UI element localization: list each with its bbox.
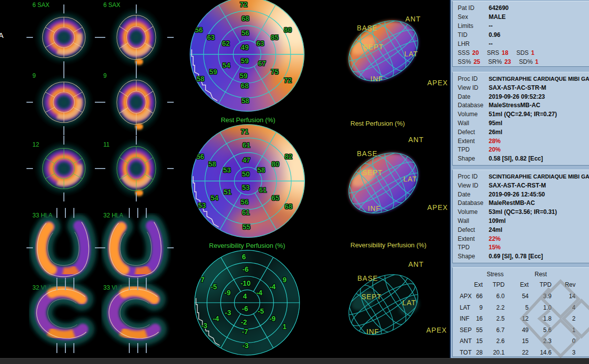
segment-value: 61 <box>242 208 250 216</box>
segment-value: 49 <box>241 43 249 51</box>
segment-value: -9 <box>225 289 231 297</box>
polar-map-2[interactable]: 5053475861565153618065615458718268555356 <box>191 124 305 238</box>
info-label: Shape <box>458 155 489 162</box>
table-col-header: TPD <box>535 281 552 288</box>
segment-value: -3 <box>201 322 207 330</box>
surface-view-3[interactable]: Reversibility Perfusion (%) ANTBASESEPTL… <box>329 237 450 360</box>
info-value: 20% <box>489 146 501 153</box>
info-row: Volume51ml (QC=2.94; IR=0.27) <box>458 111 588 119</box>
table-cell-value: 5.6 <box>535 327 552 334</box>
table-cell-value: 3.9 <box>535 293 552 300</box>
table-cell-value: 2.3 <box>535 338 552 345</box>
info-label: Volume <box>458 208 489 215</box>
slice-image-4-2[interactable] <box>101 213 171 283</box>
polar-map-3[interactable]: 4-6-10-4-5-2-3-9-6-4-9-7-4-5691-3-37 <box>194 250 300 356</box>
crosshair-tick <box>99 37 105 38</box>
anatomy-label-ant: ANT <box>408 260 424 268</box>
info-value: 26ml <box>489 129 502 136</box>
polar-map-1[interactable]: 4959566367595462688575685963728072585856 <box>190 0 304 112</box>
anatomy-label-ant: ANT <box>408 136 424 144</box>
segment-value: 56 <box>195 26 203 34</box>
horizontal-scrollbar[interactable] <box>0 358 589 364</box>
info-label: Extent <box>458 138 489 145</box>
crosshair-tick <box>63 69 64 78</box>
table-cell-value: 15 <box>512 338 529 345</box>
slice-image-5-2[interactable] <box>101 278 171 348</box>
info-row: Volume53ml (QC=3.56; IR=0.31) <box>458 208 588 217</box>
info-label: Database <box>458 102 489 109</box>
info-row: Proc IDSCINTIGRAPHIE CARDIAQUE MIBI GATE… <box>458 173 588 182</box>
info-value: MALE <box>489 13 506 20</box>
surface-view-1[interactable]: ANTBASESEPTLATINFAPEX <box>329 1 450 114</box>
info-label: LHR <box>458 40 489 47</box>
info-label: Database <box>458 199 489 206</box>
info-label: Wall <box>458 217 489 224</box>
segment-value: -3 <box>243 342 249 350</box>
surface-view-title: Rest Perfusion (%) <box>350 120 405 127</box>
segment-value: 80 <box>284 26 292 34</box>
segment-value: 59 <box>209 68 217 76</box>
polar-map-title: Rest Perfusion (%) <box>221 116 275 124</box>
table-col-header: Ext <box>512 281 529 288</box>
segment-value: 59 <box>240 72 248 80</box>
slice-image-4-1[interactable] <box>29 213 99 283</box>
crosshair-tick <box>129 208 130 218</box>
info-label: Shape <box>458 253 489 260</box>
crosshair-tick <box>65 208 66 218</box>
info-value: 2019-09-26 12:45:50 <box>489 191 545 198</box>
segment-value: 6 <box>242 253 246 261</box>
score-label: SRS <box>487 49 499 56</box>
segment-value: -4 <box>270 283 276 291</box>
anatomy-label-base: BASE <box>357 24 377 32</box>
anatomy-label-apex: APEX <box>426 326 447 334</box>
info-row: Date2019-09-26 12:45:50 <box>458 191 588 199</box>
crosshair-tick <box>137 208 138 218</box>
table-cell-value: 14.6 <box>535 349 552 356</box>
segment-value: 53 <box>242 183 250 191</box>
crosshair-tick <box>63 136 64 145</box>
info-value: 15% <box>489 244 501 251</box>
score-label: SSS <box>458 49 470 56</box>
info-value: 0.69 [SI], 0.78 [Ecc] <box>489 253 543 260</box>
crosshair-tick <box>136 192 137 201</box>
info-value: 51ml (QC=2.94; IR=0.27) <box>489 111 557 118</box>
segment-value: 68 <box>242 14 250 22</box>
info-row: Extent28% <box>458 138 588 146</box>
crosshair-tick <box>26 102 33 103</box>
segment-value: 56 <box>196 153 204 161</box>
info-value: 53ml (QC=3.56; IR=0.31) <box>489 208 557 215</box>
table-cell-value: 55 <box>466 327 483 334</box>
info-value: 642690 <box>489 4 509 11</box>
segment-value: -10 <box>241 279 251 287</box>
crosshair-tick <box>65 280 66 290</box>
segment-value: 68 <box>241 82 249 90</box>
segment-value: 47 <box>243 156 251 164</box>
info-row: Pat ID642690 <box>458 4 588 13</box>
segment-value: 55 <box>243 223 251 231</box>
segment-value: 58 <box>197 75 205 83</box>
table-cell-value: 54 <box>512 293 529 300</box>
crosshair-tick <box>146 343 147 353</box>
procedure-section-2: Proc IDSCINTIGRAPHIE CARDIAQUE MIBI GATE… <box>452 170 589 263</box>
anatomy-label-apex: APEX <box>427 203 448 211</box>
info-row: Wall109ml <box>458 217 588 226</box>
segment-value: 59 <box>241 57 249 65</box>
table-cell-value: 6.0 <box>488 293 505 300</box>
info-row: Date2019-09-26 09:52:23 <box>458 93 588 102</box>
anatomy-label-inf: INF <box>368 204 381 212</box>
segment-value: 85 <box>271 33 279 41</box>
anatomy-label-sept: SEPT <box>361 293 382 301</box>
surface-view-2[interactable]: Rest Perfusion (%) ANTBASESEPTLATINFAPEX <box>329 116 450 235</box>
segment-value: -5 <box>211 283 217 291</box>
crosshair-tick <box>56 280 57 290</box>
table-cell-value: 66 <box>466 293 483 300</box>
table-cell-value: 49 <box>512 327 529 334</box>
table-cell-value: 5 <box>512 304 529 311</box>
info-label: Sex <box>458 13 489 20</box>
slice-image-5-1[interactable] <box>29 278 99 348</box>
segment-value: 53 <box>198 201 206 209</box>
info-row: View IDSAX-AST-AC-STR-M <box>458 84 588 93</box>
info-row: TPD20% <box>458 146 588 155</box>
info-label: Date <box>458 93 489 100</box>
anatomy-label-ant: ANT <box>405 15 421 23</box>
